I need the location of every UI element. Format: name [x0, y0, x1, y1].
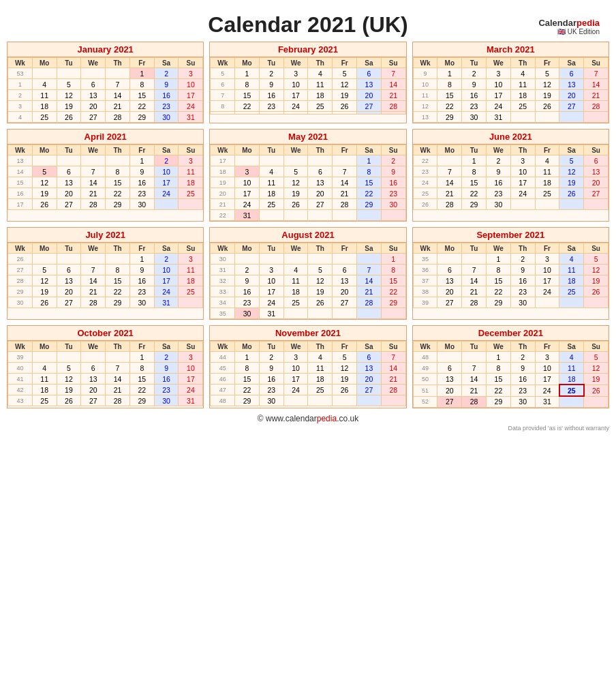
cell-sa: 27 [357, 385, 382, 395]
col-header-th: Th [308, 342, 333, 352]
col-header-sa: Sa [559, 243, 584, 254]
cell-we: 2 [487, 155, 511, 166]
col-header-we: We [283, 145, 308, 155]
cell-su: 19 [584, 374, 609, 385]
cell-fr: 3 [535, 352, 559, 363]
cell-th [308, 210, 333, 221]
month-title: January 2021 [7, 42, 203, 57]
cell-wk: 5 [211, 68, 235, 79]
col-header-we: We [487, 145, 511, 155]
cell-tu: 6 [57, 166, 81, 177]
cell-tu: 16 [462, 90, 487, 101]
cell-tu: 1 [462, 155, 487, 166]
cell-wk: 15 [8, 177, 33, 188]
col-header-sa: Sa [154, 58, 179, 68]
cell-wk: 30 [8, 297, 33, 308]
cell-we: 8 [487, 265, 511, 275]
cell-sa: 21 [357, 286, 382, 297]
cell-mo: 2 [235, 265, 260, 275]
month-block-8: August 2021WkMoTuWeThFrSaSu3013123456783… [209, 227, 406, 320]
cell-tu: 14 [462, 374, 487, 385]
cell-we: 27 [81, 112, 106, 123]
cell-sa: 6 [357, 352, 382, 363]
cell-sa: 22 [357, 188, 382, 199]
edition-label: 🇬🇧 UK Edition [538, 28, 600, 35]
cell-mo: 11 [32, 374, 57, 385]
col-header-su: Su [179, 342, 203, 352]
cell-wk: 30 [211, 254, 235, 265]
cell-fr: 11 [535, 166, 559, 177]
cell-sa: 24 [154, 286, 179, 297]
col-header-mo: Mo [235, 342, 260, 352]
col-header-mo: Mo [32, 145, 57, 155]
col-header-wk: Wk [413, 342, 437, 352]
cell-we: 29 [487, 297, 511, 308]
cell-wk: 37 [413, 275, 437, 286]
cell-sa: 1 [357, 155, 382, 166]
cell-mo: 18 [32, 101, 57, 112]
cell-we: 11 [283, 275, 308, 286]
cell-tu: 16 [259, 90, 283, 101]
cell-wk [211, 112, 235, 115]
cell-we [283, 395, 308, 406]
cell-th: 30 [510, 297, 535, 308]
cell-we: 26 [283, 199, 308, 210]
cell-mo: 1 [235, 352, 260, 363]
col-header-sa: Sa [154, 342, 179, 352]
cell-su: 21 [584, 90, 609, 101]
cell-th: 18 [510, 90, 535, 101]
cell-sa: 16 [154, 90, 179, 101]
col-header-wk: Wk [211, 243, 235, 254]
cell-th: 6 [308, 166, 333, 177]
cell-fr: 13 [333, 275, 357, 286]
cell-we: 20 [81, 101, 106, 112]
cell-fr: 28 [333, 199, 357, 210]
cell-sa [357, 395, 382, 406]
cell-wk: 46 [211, 374, 235, 385]
cell-fr: 1 [129, 155, 154, 166]
cell-mo [32, 352, 57, 363]
cell-fr: 1 [129, 254, 154, 265]
cell-wk: 6 [211, 79, 235, 90]
cell-we: 24 [487, 101, 511, 112]
cell-sa: 20 [357, 90, 382, 101]
cell-th: 10 [510, 166, 535, 177]
cell-sa [357, 112, 382, 115]
month-block-7: July 2021WkMoTuWeThFrSaSu261232756789101… [7, 227, 204, 320]
cell-mo [32, 68, 57, 79]
cell-su: 17 [179, 90, 203, 101]
cell-wk: 44 [211, 352, 235, 363]
col-header-we: We [487, 58, 511, 68]
col-header-mo: Mo [235, 243, 260, 254]
cell-tu: 3 [259, 265, 283, 275]
cell-wk: 3 [8, 101, 33, 112]
cell-mo: 15 [437, 90, 462, 101]
cell-we: 15 [487, 275, 511, 286]
cell-we: 10 [283, 363, 308, 374]
cell-we: 3 [283, 68, 308, 79]
cell-tu [259, 112, 283, 115]
cell-su: 7 [381, 68, 405, 79]
cell-tu: 25 [259, 199, 283, 210]
cell-fr: 24 [535, 385, 559, 396]
cell-wk: 36 [413, 265, 437, 275]
col-header-we: We [487, 342, 511, 352]
cell-th: 7 [106, 79, 130, 90]
cell-sa [154, 199, 179, 210]
cell-we: 22 [487, 385, 511, 396]
month-table: WkMoTuWeThFrSaSu531231456789102111213141… [7, 57, 203, 123]
cell-wk: 31 [211, 265, 235, 275]
month-block-12: December 2021WkMoTuWeThFrSaSu48123454967… [412, 325, 609, 408]
col-header-th: Th [308, 58, 333, 68]
cell-mo: 21 [437, 188, 462, 199]
col-header-fr: Fr [535, 58, 559, 68]
cell-we [283, 254, 308, 265]
cell-tu: 23 [259, 385, 283, 395]
cell-tu: 26 [57, 112, 81, 123]
col-header-fr: Fr [333, 145, 357, 155]
cell-fr: 29 [129, 395, 154, 406]
cell-sa [559, 199, 584, 210]
cell-mo: 17 [235, 188, 260, 199]
cell-su: 30 [381, 199, 405, 210]
col-header-sa: Sa [357, 342, 382, 352]
